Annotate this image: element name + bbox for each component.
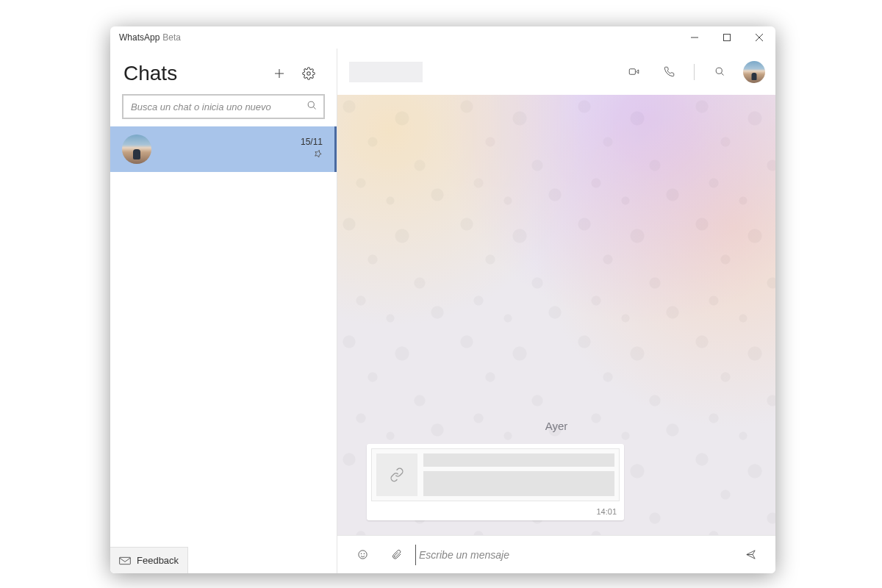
- svg-point-6: [307, 72, 311, 76]
- svg-point-7: [308, 101, 314, 107]
- svg-rect-10: [629, 69, 635, 75]
- link-preview-title-placeholder: [423, 453, 614, 467]
- phone-icon: [664, 66, 675, 77]
- attach-button[interactable]: [381, 540, 411, 570]
- minimize-button[interactable]: [678, 26, 711, 49]
- composer: [337, 535, 775, 573]
- app-title: WhatsApp: [119, 32, 159, 43]
- chat-header: [337, 49, 775, 95]
- send-icon: [745, 549, 756, 560]
- svg-point-15: [364, 553, 365, 554]
- voice-call-button[interactable]: [654, 57, 684, 87]
- avatar: [122, 135, 151, 164]
- message-time: 14:01: [367, 506, 624, 517]
- sidebar-header: Chats: [110, 49, 337, 94]
- svg-rect-9: [120, 557, 131, 564]
- search-box[interactable]: [122, 94, 325, 119]
- video-call-button[interactable]: [619, 57, 648, 87]
- chat-pane: Ayer 14:01: [337, 49, 775, 573]
- app-tag: Beta: [162, 32, 181, 43]
- pin-icon: [313, 148, 323, 162]
- profile-avatar[interactable]: [743, 61, 765, 83]
- date-divider: Ayer: [545, 420, 568, 432]
- svg-rect-1: [724, 35, 731, 41]
- settings-button[interactable]: [294, 59, 323, 88]
- close-button[interactable]: [743, 26, 775, 49]
- link-preview[interactable]: [371, 448, 620, 501]
- chat-search-button[interactable]: [705, 57, 734, 87]
- svg-point-13: [358, 551, 366, 559]
- mail-icon: [119, 556, 131, 565]
- plus-icon: [273, 67, 286, 80]
- app-window: WhatsApp Beta Chats: [110, 26, 775, 573]
- sidebar-title: Chats: [123, 62, 265, 85]
- svg-point-11: [716, 68, 722, 74]
- svg-point-14: [361, 553, 362, 554]
- gear-icon: [302, 67, 315, 80]
- feedback-button[interactable]: Feedback: [110, 547, 188, 573]
- svg-line-12: [721, 73, 723, 75]
- contact-name-redacted: [349, 62, 423, 82]
- link-preview-desc-placeholder: [423, 471, 614, 496]
- feedback-label: Feedback: [137, 555, 179, 566]
- maximize-button[interactable]: [711, 26, 743, 49]
- emoji-button[interactable]: [348, 540, 377, 570]
- video-icon: [628, 66, 639, 77]
- chat-item-date: 15/11: [301, 137, 323, 147]
- chat-list-item[interactable]: 15/11: [110, 126, 337, 172]
- new-chat-button[interactable]: [265, 59, 294, 88]
- divider: [694, 64, 695, 80]
- paperclip-icon: [391, 549, 402, 560]
- svg-line-8: [313, 107, 315, 109]
- sidebar: Chats 15/11: [110, 49, 337, 573]
- titlebar: WhatsApp Beta: [110, 26, 775, 49]
- send-button[interactable]: [736, 540, 765, 570]
- emoji-icon: [357, 549, 368, 560]
- search-icon: [714, 66, 725, 77]
- link-preview-body: [423, 453, 614, 496]
- search-input[interactable]: [131, 101, 306, 112]
- message-bubble[interactable]: 14:01: [367, 444, 624, 520]
- message-input[interactable]: [415, 545, 731, 565]
- search-icon: [306, 100, 318, 114]
- link-icon: [376, 453, 417, 496]
- messages-area[interactable]: Ayer 14:01: [337, 95, 775, 535]
